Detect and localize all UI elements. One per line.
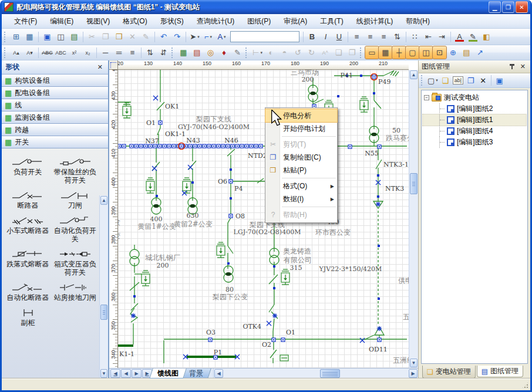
line-single-button[interactable]: ─ xyxy=(99,46,112,59)
flip-vertical-button[interactable]: ◓ xyxy=(278,46,291,59)
scrollbar-thumb[interactable] xyxy=(320,369,340,378)
send-to-back-button[interactable]: ❐ xyxy=(345,46,359,59)
check-data-table-button[interactable]: ▤ xyxy=(190,46,204,59)
undo-button[interactable]: ↶ xyxy=(157,31,170,43)
pin-icon[interactable] xyxy=(509,63,515,70)
insert-picture-button[interactable]: ▦ xyxy=(177,46,190,59)
spacing-increase-button[interactable]: ⇅ xyxy=(143,46,157,59)
shape-item[interactable]: 小车式断路器 xyxy=(4,215,52,243)
minimize-button[interactable]: ▁ xyxy=(489,1,501,13)
save-button[interactable]: ▣ xyxy=(41,31,54,43)
shape-category-distribution-devices[interactable]: ▦配电设备组 xyxy=(2,87,108,99)
context-menu-item-help[interactable]: ?帮助(H) xyxy=(265,208,337,221)
toolbar-grip[interactable] xyxy=(360,48,363,58)
tree-item-drawing[interactable]: [编辑]图纸1 xyxy=(423,114,526,126)
context-menu-item-cut[interactable]: ✂剪切(T) xyxy=(265,138,337,151)
rotate-left-button[interactable]: ↺ xyxy=(291,46,305,59)
scroll-up-icon[interactable]: ▲ xyxy=(410,70,417,79)
shape-item[interactable]: 自动化负荷开关 xyxy=(52,215,99,243)
menu-edit[interactable]: 编辑(E) xyxy=(43,15,80,28)
flip-horizontal-button[interactable]: ◐ xyxy=(264,46,278,59)
bold-button[interactable]: B xyxy=(305,31,319,43)
scroll-down-icon[interactable]: ▼ xyxy=(410,359,417,367)
bullets-button[interactable]: ∷ xyxy=(408,31,422,43)
shape-font-size-button[interactable]: A^ xyxy=(318,46,332,59)
print-button[interactable]: ▤ xyxy=(68,31,81,43)
rotate-right-button[interactable]: ↻ xyxy=(305,46,318,59)
pan-zoom-button[interactable]: ⊕ xyxy=(446,46,460,59)
shape-category-crossings[interactable]: ▦跨越 xyxy=(2,124,108,136)
cut-button[interactable]: ✂ xyxy=(85,31,99,43)
italic-button[interactable]: I xyxy=(319,31,332,43)
menu-query-stats[interactable]: 查询统计(U) xyxy=(190,15,241,28)
copy-button[interactable]: ❐ xyxy=(99,31,112,43)
marquee-toggle-button[interactable]: ▢ xyxy=(406,46,419,59)
shape-category-lines[interactable]: ▦线 xyxy=(2,99,108,111)
connector-arrows-button[interactable]: ↗ xyxy=(473,46,487,59)
shape-category-monitor-devices[interactable]: ▦监测设备组 xyxy=(2,111,108,124)
indent-button[interactable]: ⇥ xyxy=(435,31,449,43)
search-table-button[interactable]: ◎ xyxy=(204,46,217,59)
scroll-right-icon[interactable]: ▶ xyxy=(409,369,417,378)
copy-drawing-button[interactable]: ❐ xyxy=(464,75,477,86)
line-triple-button[interactable]: ≡ xyxy=(126,46,139,59)
align-center-button[interactable]: ≡ xyxy=(363,31,377,43)
tab-feeder-diagram[interactable]: 馈线图 xyxy=(149,369,187,379)
shape-item[interactable]: 站房接地刀闸 xyxy=(52,282,99,302)
approval-stamp-button[interactable]: ♦ xyxy=(217,46,231,59)
redo-button[interactable]: ↷ xyxy=(170,31,184,43)
delete-drawing-button[interactable]: ✕ xyxy=(477,75,489,86)
superscript-button[interactable]: x² xyxy=(68,46,81,59)
shape-category-structure-devices[interactable]: ▦构筑设备组 xyxy=(2,75,108,87)
shape-category-switches[interactable]: ▦开关 xyxy=(2,136,108,148)
font-color-button[interactable]: A xyxy=(453,31,466,43)
tab-drawing-management[interactable]: ▤图纸管理 xyxy=(477,366,523,377)
grid-toggle-button[interactable]: ▦ xyxy=(379,46,392,59)
pointer-tool-button[interactable]: ➤▾ xyxy=(188,31,201,43)
next-page-button[interactable]: ▶ xyxy=(132,369,142,378)
scrollbar-thumb[interactable] xyxy=(410,173,417,194)
new-drawing-button[interactable]: ▢▾ xyxy=(426,75,439,86)
menu-approval[interactable]: 审批(A) xyxy=(277,15,314,28)
highlight-color-button[interactable]: ✎ xyxy=(466,31,480,43)
toolbar-grip[interactable] xyxy=(171,48,174,58)
scroll-down-icon[interactable]: ▼ xyxy=(100,369,107,378)
menu-tools[interactable]: 工具(T) xyxy=(314,15,349,28)
font-larger-button[interactable]: A▴ xyxy=(9,46,23,59)
edit-sheet-button[interactable]: ✎ xyxy=(231,46,244,59)
context-menu-item-data[interactable]: 数据(I)▶ xyxy=(265,192,337,205)
align-shapes-button[interactable]: ⊢▾ xyxy=(251,46,264,59)
shape-item[interactable]: 自动化断路器 xyxy=(4,282,52,302)
menu-file[interactable]: 文件(F) xyxy=(8,15,43,28)
vertical-text-button[interactable]: ⇅ xyxy=(390,31,404,43)
tree-item-drawing[interactable]: [编辑]图纸2 xyxy=(423,103,526,114)
context-menu-item-copy-drawing[interactable]: ❐复制绘图(C) xyxy=(265,151,337,164)
ruler-toggle-button[interactable]: ▭ xyxy=(365,46,379,59)
underline-button[interactable]: U xyxy=(332,31,346,43)
font-name-combo[interactable] xyxy=(230,31,299,42)
menu-shape[interactable]: 形状(S) xyxy=(154,15,190,28)
page-breaks-toggle-button[interactable]: ◫ xyxy=(419,46,433,59)
tree-item-drawing[interactable]: [编辑]图纸3 xyxy=(423,137,526,148)
line-double-button[interactable]: ═ xyxy=(112,46,126,59)
scrollbar-thumb[interactable] xyxy=(100,305,107,320)
rename-drawing-button[interactable]: ab| xyxy=(452,75,464,86)
spacing-decrease-button[interactable]: ⇵ xyxy=(157,46,170,59)
shape-item[interactable]: 副柜 xyxy=(4,307,52,327)
bring-to-front-button[interactable]: ❏ xyxy=(332,46,345,59)
context-menu-item-format[interactable]: 格式(O)▶ xyxy=(265,180,337,192)
print-preview-button[interactable]: ◫ xyxy=(54,31,68,43)
panel-close-icon[interactable]: ✕ xyxy=(518,63,527,70)
align-right-button[interactable]: ≡ xyxy=(377,31,390,43)
strikethrough-button[interactable]: ABC xyxy=(41,46,54,59)
align-left-button[interactable]: ≡ xyxy=(350,31,363,43)
context-menu-item-paste[interactable]: ❒粘贴(P) xyxy=(265,164,337,177)
underline-abc-button[interactable]: ABC xyxy=(54,46,68,59)
new-diagram-button[interactable]: ⊞ xyxy=(9,31,23,43)
menu-drawing[interactable]: 图纸(P) xyxy=(241,15,277,28)
shape-item[interactable]: 断路器 xyxy=(4,190,52,209)
tree-item-drawing[interactable]: [编辑]图纸4 xyxy=(423,126,526,137)
resize-grip[interactable] xyxy=(521,381,529,389)
paste-button[interactable]: ❒ xyxy=(112,31,126,43)
diagram-canvas[interactable]: 三鸟市场200P41P49OK1O1OK1-1N37N43N46梨园下支线GYJ… xyxy=(118,70,409,368)
